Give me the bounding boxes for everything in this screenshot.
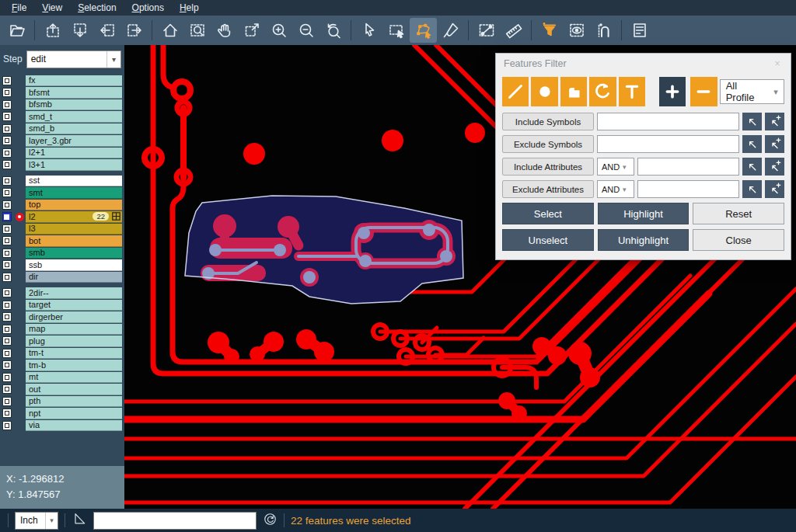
layer-row[interactable]: smd_b [0, 123, 124, 135]
layer-name[interactable]: l2+1 [26, 148, 122, 159]
unhighlight-button[interactable]: Unhighlight [598, 229, 690, 251]
zoom-in-icon[interactable] [265, 18, 292, 43]
layer-name[interactable]: l222 [26, 211, 122, 223]
line-feature-icon[interactable] [502, 77, 529, 106]
layer-name[interactable]: layer_3.gbr [26, 135, 122, 147]
zoom-object-icon[interactable] [238, 18, 265, 43]
sync-icon[interactable] [263, 512, 278, 530]
reset-button[interactable]: Reset [693, 203, 784, 224]
layer-name[interactable]: smb [26, 248, 122, 259]
layer-row[interactable]: npt [0, 408, 124, 420]
layer-name[interactable]: smt [26, 187, 122, 199]
arc-feature-icon[interactable] [589, 77, 616, 106]
pick-arrow-icon[interactable] [742, 180, 762, 198]
layer-row[interactable]: tm-t [0, 347, 124, 360]
layer-name[interactable]: smd_b [26, 123, 122, 135]
layer-checkbox[interactable] [2, 312, 12, 322]
layer-name[interactable]: l3 [26, 224, 122, 235]
layer-checkbox[interactable] [2, 384, 12, 394]
clean-brush-icon[interactable] [437, 18, 464, 43]
layer-name[interactable]: npt [26, 408, 122, 419]
menu-selection[interactable]: Selection [71, 1, 123, 15]
layer-checkbox[interactable] [2, 273, 12, 282]
layer-checkbox[interactable] [2, 224, 12, 234]
layer-checkbox[interactable] [2, 301, 12, 310]
menu-view[interactable]: View [35, 1, 69, 15]
layer-checkbox[interactable] [2, 336, 12, 346]
layer-row[interactable]: mt [0, 371, 124, 384]
layer-checkbox[interactable] [2, 100, 12, 110]
select-button[interactable]: Select [502, 203, 594, 224]
layer-checkbox[interactable] [2, 360, 12, 370]
layer-name[interactable]: mt [26, 372, 122, 384]
profile-select[interactable]: All Profile ▾ [720, 79, 784, 104]
layer-checkbox[interactable] [2, 373, 12, 382]
layer-checkbox[interactable] [2, 421, 12, 430]
layer-checkbox[interactable] [2, 349, 12, 358]
unit-select[interactable]: Inch ▾ [15, 512, 58, 530]
pan-right-icon[interactable] [120, 18, 148, 43]
layer-checkbox[interactable] [2, 236, 12, 245]
layer-row[interactable]: top [0, 199, 124, 211]
layer-name[interactable]: fx [26, 75, 122, 87]
layer-checkbox[interactable] [2, 409, 12, 418]
exclude-attributes-button[interactable]: Exclude Attributes [502, 180, 594, 198]
layer-row[interactable]: fx [0, 75, 124, 87]
layer-name[interactable]: target [26, 300, 122, 311]
layer-name[interactable]: tm-b [26, 360, 122, 371]
layer-row[interactable]: 2dir-- [0, 287, 124, 300]
menu-options[interactable]: Options [125, 1, 171, 15]
layer-checkbox[interactable] [2, 188, 12, 197]
zoom-out-icon[interactable] [292, 18, 319, 43]
view-filter-icon[interactable] [563, 18, 590, 43]
layer-row[interactable]: l3 [0, 223, 124, 235]
pick-arrow-add-icon[interactable] [765, 180, 784, 198]
pick-arrow-icon[interactable] [742, 135, 762, 153]
features-filter-icon[interactable] [536, 18, 563, 43]
pan-down-icon[interactable] [66, 18, 93, 43]
layer-row[interactable]: target [0, 299, 124, 311]
layer-checkbox[interactable] [2, 325, 12, 334]
layer-name[interactable]: dirgerber [26, 311, 122, 323]
layer-name[interactable]: pth [26, 396, 122, 408]
layer-name[interactable]: out [26, 384, 122, 395]
grid-icon[interactable] [112, 212, 120, 221]
zoom-window-icon[interactable] [183, 18, 211, 43]
layer-name[interactable]: dir [26, 272, 122, 283]
include-attributes-button[interactable]: Include Attributes [502, 158, 594, 176]
exclude-attributes-and-select[interactable]: AND ▾ [597, 180, 634, 198]
layer-name[interactable]: bfsmb [26, 99, 122, 111]
pick-arrow-add-icon[interactable] [765, 158, 784, 176]
net-jump-icon[interactable] [590, 18, 617, 43]
pan-up-icon[interactable] [39, 18, 66, 43]
close-button[interactable]: Close [693, 229, 784, 251]
layer-name[interactable]: 2dir-- [26, 287, 122, 299]
layer-row[interactable]: tm-b [0, 360, 124, 372]
layer-checkbox[interactable] [2, 260, 12, 269]
layer-checkbox[interactable] [2, 249, 12, 258]
layer-name[interactable]: via [26, 420, 122, 432]
layer-name[interactable]: bot [26, 235, 122, 247]
pan-left-icon[interactable] [93, 18, 120, 43]
surface-feature-icon[interactable] [560, 77, 587, 106]
layer-name[interactable]: bfsmt [26, 87, 122, 99]
layer-row[interactable]: l3+1 [0, 159, 124, 172]
exclude-attributes-input[interactable] [637, 180, 739, 198]
layer-row[interactable]: bot [0, 235, 124, 248]
include-attributes-and-select[interactable]: AND ▾ [597, 158, 634, 176]
layer-row[interactable]: layer_3.gbr [0, 135, 124, 148]
layer-row[interactable]: dir [0, 271, 124, 283]
layer-checkbox[interactable] [2, 148, 12, 158]
layer-row[interactable]: plug [0, 336, 124, 348]
text-feature-icon[interactable] [619, 77, 645, 106]
menu-file[interactable]: File [5, 1, 33, 15]
layer-checkbox[interactable] [2, 397, 12, 406]
open-file-icon[interactable] [3, 18, 30, 43]
layer-name[interactable]: top [26, 200, 122, 211]
menu-help[interactable]: Help [173, 1, 206, 15]
layer-row[interactable]: pth [0, 395, 124, 408]
layer-name[interactable]: map [26, 324, 122, 336]
highlight-button[interactable]: Highlight [598, 203, 690, 224]
step-select[interactable]: edit ▾ [26, 50, 121, 68]
layer-name[interactable]: ssb [26, 259, 122, 271]
